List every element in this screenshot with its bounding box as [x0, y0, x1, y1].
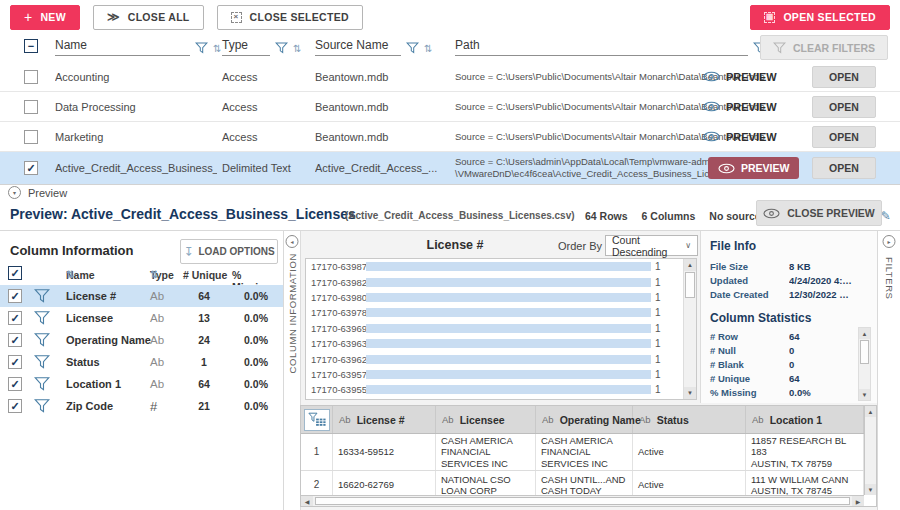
preview-button[interactable]: PREVIEW [703, 131, 777, 143]
column-information-collapse-strip[interactable]: ◂ COLUMN INFORMATION [283, 231, 300, 510]
column-header-path[interactable]: Path ⇅ [455, 38, 779, 56]
new-button[interactable]: + NEW [10, 5, 80, 30]
scroll-left-icon[interactable]: ◀ [301, 496, 313, 506]
sort-icon[interactable]: ⇅ [213, 43, 221, 56]
bar-row[interactable]: 17170-639871 [306, 259, 696, 274]
row-checkbox[interactable] [24, 100, 38, 114]
sort-icon[interactable]: ⇅ [424, 43, 432, 56]
filter-icon[interactable] [195, 42, 208, 56]
column-filter-icon[interactable] [34, 333, 50, 348]
filter-icon[interactable] [406, 42, 419, 56]
column-information-tab[interactable]: COLUMN INFORMATION [287, 253, 298, 373]
column-filter-icon[interactable] [34, 355, 50, 370]
eye-icon [703, 101, 720, 112]
bar-row[interactable]: 17170-639781 [306, 305, 696, 320]
column-row[interactable]: ✓ Licensee Ab 13 0.0% [0, 307, 283, 329]
scroll-down-icon[interactable]: ▼ [865, 484, 876, 495]
scrollbar-thumb[interactable] [685, 272, 695, 298]
data-column-header[interactable]: AbLicensee [436, 406, 536, 433]
file-table-header: − Name ⇅ Type ⇅ Source Name ⇅ Path ⇅ CLE… [0, 34, 900, 62]
scroll-down-icon[interactable]: ▼ [859, 389, 870, 400]
close-preview-button[interactable]: CLOSE PREVIEW [756, 200, 882, 226]
table-row[interactable]: Marketing Access Beantown.mdb Source = C… [0, 122, 900, 152]
edit-pencil-icon[interactable]: ✎ [881, 209, 891, 223]
data-column-header[interactable]: AbStatus [633, 406, 746, 433]
column-row-selected[interactable]: ✓ License # Ab 64 0.0% [0, 285, 283, 307]
row-checkbox[interactable] [24, 70, 38, 84]
data-column-header[interactable]: AbLocation 1 [746, 406, 864, 433]
clear-filters-button[interactable]: CLEAR FILTERS [760, 35, 888, 60]
column-checkbox[interactable]: ✓ [8, 355, 22, 369]
bar-row[interactable]: 17170-639571 [306, 367, 696, 382]
column-header-source-name[interactable]: Source Name ⇅ [315, 38, 432, 56]
chart-scrollbar[interactable]: ▲ ▼ [683, 259, 696, 399]
column-checkbox[interactable]: ✓ [8, 377, 22, 391]
order-by-label: Order By [558, 240, 602, 252]
collapse-left-icon[interactable]: ◂ [286, 235, 299, 248]
scrollbar-thumb[interactable] [860, 340, 869, 364]
close-selected-button[interactable]: × CLOSE SELECTED [217, 5, 363, 30]
scroll-up-icon[interactable]: ▲ [865, 406, 876, 417]
table-row[interactable]: Accounting Access Beantown.mdb Source = … [0, 62, 900, 92]
load-options-button[interactable]: ↧ LOAD OPTIONS [180, 239, 278, 264]
filter-icon[interactable] [275, 42, 288, 56]
column-checkbox[interactable]: ✓ [8, 333, 22, 347]
data-column-header[interactable]: AbOperating Name [536, 406, 633, 433]
data-column-header[interactable]: AbLicense # [333, 406, 436, 433]
file-size-value: 8 KB [789, 261, 853, 272]
column-filter-icon[interactable] [34, 377, 50, 392]
column-checkbox[interactable]: ✓ [8, 311, 22, 325]
column-filter-icon[interactable] [34, 289, 50, 304]
bar-row[interactable]: 17170-639631 [306, 336, 696, 351]
column-row[interactable]: ✓ Location 1 Ab 64 0.0% [0, 373, 283, 395]
bar-row[interactable]: 17170-639821 [306, 274, 696, 289]
open-button[interactable]: OPEN [812, 157, 876, 179]
table-row[interactable]: Data Processing Access Beantown.mdb Sour… [0, 92, 900, 122]
select-all-columns-checkbox[interactable]: ✓ [8, 266, 22, 280]
bar-row[interactable]: 17170-639691 [306, 321, 696, 336]
scroll-right-icon[interactable]: ▶ [852, 496, 864, 506]
column-row[interactable]: ✓ Operating Name Ab 24 0.0% [0, 329, 283, 351]
data-row[interactable]: 1 16334-59512 CASH AMERICA FINANCIAL SER… [301, 434, 864, 471]
scroll-down-icon[interactable]: ▼ [684, 387, 696, 399]
type-ab-icon: Ab [150, 334, 164, 346]
scrollbar-thumb[interactable] [315, 497, 850, 505]
row-checkbox[interactable] [24, 130, 38, 144]
open-button[interactable]: OPEN [812, 66, 876, 88]
close-selected-icon: × [231, 12, 242, 23]
bar-row[interactable]: 17170-639621 [306, 351, 696, 366]
filters-tab[interactable]: FILTERS [884, 257, 895, 300]
column-checkbox[interactable]: ✓ [8, 289, 22, 303]
column-header-name[interactable]: Name ⇅ [55, 38, 221, 56]
column-row[interactable]: ✓ Status Ab 1 0.0% [0, 351, 283, 373]
preview-section-toggle[interactable]: ▾ Preview [8, 186, 67, 199]
preview-button[interactable]: PREVIEW [703, 101, 777, 113]
open-button[interactable]: OPEN [812, 96, 876, 118]
select-all-checkbox[interactable]: − [24, 39, 38, 53]
header-unique[interactable]: # Unique [183, 269, 227, 281]
scroll-up-icon[interactable]: ▲ [859, 328, 870, 339]
column-checkbox[interactable]: ✓ [8, 399, 22, 413]
filters-collapse-strip[interactable]: ▸ FILTERS [877, 231, 900, 510]
bar-row[interactable]: 17170-639551 [306, 382, 696, 397]
bar-row[interactable]: 17170-639801 [306, 290, 696, 305]
open-button[interactable]: OPEN [812, 126, 876, 148]
row-checkbox-checked[interactable]: ✓ [24, 161, 38, 175]
data-table-vertical-scrollbar[interactable]: ▲ ▼ [864, 406, 876, 495]
scroll-up-icon[interactable]: ▲ [684, 259, 696, 271]
column-filter-icon[interactable] [34, 311, 50, 326]
order-by-select[interactable]: Count Descending ∨ [605, 235, 698, 256]
sort-icon[interactable]: ⇅ [293, 43, 301, 56]
data-table-horizontal-scrollbar[interactable]: ◀ ▶ [301, 495, 864, 506]
column-row[interactable]: ✓ Zip Code # 21 0.0% [0, 395, 283, 417]
close-all-button[interactable]: ≫ CLOSE ALL [93, 5, 204, 30]
column-header-type[interactable]: Type ⇅ [222, 38, 301, 56]
preview-button-active[interactable]: PREVIEW [708, 157, 799, 179]
open-selected-button[interactable]: ▦ OPEN SELECTED [750, 5, 890, 30]
preview-button[interactable]: PREVIEW [703, 71, 777, 83]
expand-right-icon[interactable]: ▸ [883, 235, 896, 248]
table-row-selected[interactable]: ✓ Active_Credit_Access_Business_Licens..… [0, 152, 900, 185]
column-filter-icon[interactable] [34, 399, 50, 414]
stats-scrollbar[interactable]: ▲ ▼ [858, 327, 871, 401]
table-filter-corner[interactable] [301, 406, 333, 433]
